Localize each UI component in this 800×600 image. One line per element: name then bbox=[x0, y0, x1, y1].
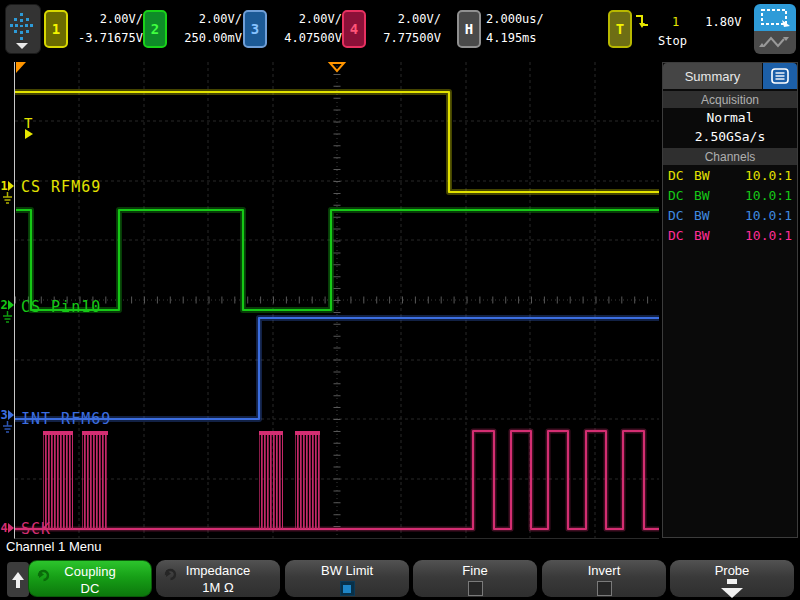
ch3-trace bbox=[15, 318, 659, 419]
softkey-impedance[interactable]: Impedance 1M Ω bbox=[156, 560, 280, 597]
softkey-bw-limit[interactable]: BW Limit bbox=[285, 560, 409, 597]
softkey-coupling-value: DC bbox=[29, 581, 151, 596]
submenu-arrow-icon bbox=[670, 579, 794, 598]
channel-1-badge[interactable]: 1 bbox=[44, 10, 68, 48]
ch3-trace-label: INT RFM69 bbox=[21, 410, 111, 428]
ch3-ground-icon bbox=[2, 421, 13, 433]
trigger-status[interactable]: T bbox=[608, 10, 632, 50]
svg-text:T: T bbox=[24, 115, 33, 131]
channel-4-summary-row[interactable]: DC BW 10.0:1 bbox=[663, 225, 797, 245]
menu-back-button[interactable] bbox=[7, 562, 29, 597]
ch3-trace-noise bbox=[15, 318, 659, 419]
ch2-ground-icon bbox=[2, 311, 13, 323]
softkey-fine-label: Fine bbox=[413, 563, 537, 578]
run-status: Stop bbox=[658, 34, 687, 48]
channel-1-status[interactable]: 1 2.00V/ -3.71675V bbox=[44, 10, 143, 50]
channel-2-offset: 250.00mV bbox=[170, 29, 242, 48]
softkey-impedance-value: 1M Ω bbox=[156, 580, 280, 595]
trigger-info: 1 1.80V bbox=[634, 13, 741, 31]
acquisition-mode: Normal bbox=[663, 108, 797, 127]
pan-wave-icon bbox=[754, 31, 796, 54]
touch-zoom-button[interactable] bbox=[754, 4, 796, 31]
top-status-bar: 1 2.00V/ -3.71675V 2 2.00V/ 250.00mV 3 2… bbox=[0, 0, 800, 58]
left-reference-marker-icon[interactable] bbox=[16, 62, 26, 73]
selection-rectangle-icon bbox=[754, 4, 796, 31]
menu-list-icon bbox=[771, 68, 789, 84]
timebase-scale: 2.000us/ bbox=[486, 10, 566, 29]
softkey-coupling[interactable]: Coupling DC bbox=[28, 560, 152, 597]
ch3-ground-marker[interactable]: 3 bbox=[0, 408, 14, 422]
up-arrow-icon bbox=[11, 571, 25, 589]
horizontal-status[interactable]: H 2.000us/ 4.195ms bbox=[457, 10, 566, 50]
ch4-trace-label: SCK bbox=[21, 520, 51, 538]
menu-title: Channel 1 Menu bbox=[6, 539, 101, 554]
falling-edge-icon bbox=[634, 13, 650, 31]
channel-3-scale: 2.00V/ bbox=[270, 10, 342, 29]
ch4-clock-bursts bbox=[43, 431, 320, 529]
invert-checkbox[interactable] bbox=[597, 581, 612, 596]
horizontal-badge[interactable]: H bbox=[457, 10, 481, 48]
softkey-invert-label: Invert bbox=[542, 563, 666, 578]
sidebar-menu-button[interactable] bbox=[763, 63, 797, 89]
channel-3-status[interactable]: 3 2.00V/ 4.07500V bbox=[243, 10, 342, 50]
channel-4-offset: 7.77500V bbox=[369, 29, 441, 48]
channels-section-header[interactable]: Channels bbox=[663, 148, 797, 165]
waveform-display[interactable]: T CS RFM69 CS Pin10 INT RFM69 SCK bbox=[14, 62, 659, 539]
softkey-probe-label: Probe bbox=[670, 563, 794, 578]
ch1-ground-marker[interactable]: 1 bbox=[0, 179, 14, 193]
channel-3-badge[interactable]: 3 bbox=[243, 10, 267, 48]
cycle-icon bbox=[36, 567, 51, 582]
ch1-trace-label: CS RFM69 bbox=[21, 178, 101, 196]
sample-rate: 2.50GSa/s bbox=[663, 127, 797, 146]
acquisition-section-header[interactable]: Acquisition bbox=[663, 91, 797, 108]
pan-waveform-button[interactable] bbox=[754, 31, 796, 54]
channel-3-summary-row[interactable]: DC BW 10.0:1 bbox=[663, 205, 797, 225]
softkey-fine[interactable]: Fine bbox=[413, 560, 537, 597]
timebase-delay: 4.195ms bbox=[486, 29, 566, 48]
channel-2-scale: 2.00V/ bbox=[170, 10, 242, 29]
cycle-icon bbox=[163, 566, 178, 581]
channel-1-summary-row[interactable]: DC BW 10.0:1 bbox=[663, 165, 797, 185]
keysight-logo-button[interactable] bbox=[5, 4, 41, 54]
trigger-source: 1 bbox=[672, 15, 679, 29]
channel-2-summary-row[interactable]: DC BW 10.0:1 bbox=[663, 185, 797, 205]
fine-checkbox[interactable] bbox=[468, 581, 483, 596]
keysight-spark-icon bbox=[6, 5, 38, 51]
channel-4-scale: 2.00V/ bbox=[369, 10, 441, 29]
oscilloscope-screen: 1 2.00V/ -3.71675V 2 2.00V/ 250.00mV 3 2… bbox=[0, 0, 800, 600]
softkey-invert[interactable]: Invert bbox=[542, 560, 666, 597]
softkey-bw-limit-label: BW Limit bbox=[285, 563, 409, 578]
bw-limit-checkbox[interactable] bbox=[340, 581, 355, 596]
channel-2-badge[interactable]: 2 bbox=[143, 10, 167, 48]
channel-1-offset: -3.71675V bbox=[71, 29, 143, 48]
logo-dropdown-arrow-icon bbox=[16, 43, 28, 49]
trigger-level: 1.80V bbox=[705, 15, 741, 29]
ch1-ground-icon bbox=[2, 192, 13, 204]
tab-summary[interactable]: Summary bbox=[663, 63, 762, 89]
trigger-level-marker[interactable]: T bbox=[24, 115, 33, 139]
ch2-trace-label: CS Pin10 bbox=[21, 298, 101, 316]
ch4-ground-marker[interactable]: 4 bbox=[0, 521, 14, 535]
ch2-ground-marker[interactable]: 2 bbox=[0, 298, 14, 312]
channel-4-badge[interactable]: 4 bbox=[342, 10, 366, 48]
softkey-probe[interactable]: Probe bbox=[670, 560, 794, 597]
summary-sidebar: Summary Acquisition Normal 2.50GSa/s Cha… bbox=[662, 62, 798, 538]
channel-4-status[interactable]: 4 2.00V/ 7.77500V bbox=[342, 10, 441, 50]
channel-1-scale: 2.00V/ bbox=[71, 10, 143, 29]
channel-3-offset: 4.07500V bbox=[270, 29, 342, 48]
center-axes bbox=[15, 62, 659, 538]
trigger-badge[interactable]: T bbox=[608, 10, 632, 48]
channel-2-status[interactable]: 2 2.00V/ 250.00mV bbox=[143, 10, 242, 50]
